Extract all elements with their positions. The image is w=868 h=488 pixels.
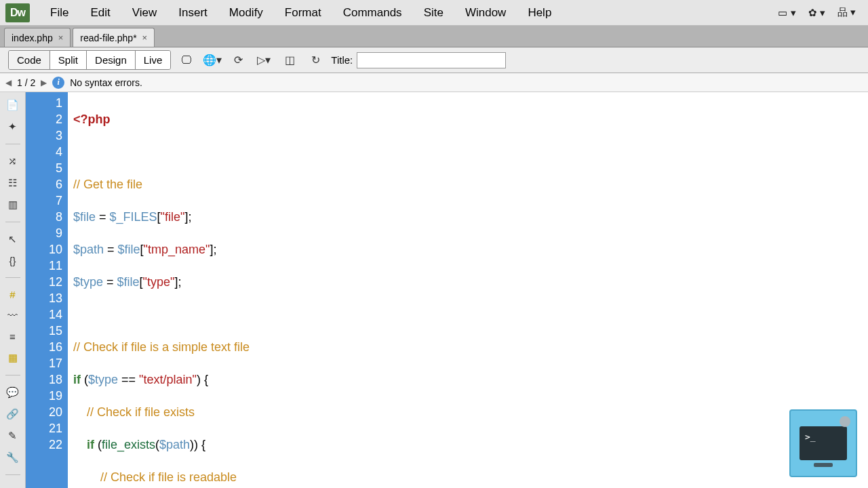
sitemap-icon[interactable]: 品 ▾ <box>837 6 856 19</box>
menu-commands[interactable]: Commands <box>334 3 412 22</box>
layout-icon[interactable]: ▭ ▾ <box>778 6 795 19</box>
tab-index-php[interactable]: index.php × <box>4 28 71 47</box>
tab-label: read-file.php* <box>80 33 136 43</box>
view-split-button[interactable]: Split <box>50 51 87 69</box>
grid-icon[interactable]: ☷ <box>5 177 20 189</box>
document-toolbar: Code Split Design Live 🖵 🌐▾ ⟳ ▷▾ ◫ ↻ Tit… <box>0 47 868 73</box>
status-message: No syntax errors. <box>70 77 142 88</box>
line-gutter: 12345678910111213141516171819202122 <box>26 92 68 488</box>
pointer-icon[interactable]: ↖ <box>5 233 20 245</box>
menu-file[interactable]: File <box>41 3 78 22</box>
app-logo: Dw <box>5 3 30 22</box>
tab-read-file-php[interactable]: read-file.php* × <box>73 28 155 47</box>
close-icon[interactable]: × <box>58 33 64 43</box>
view-design-button[interactable]: Design <box>87 51 136 69</box>
play-icon[interactable]: ▷▾ <box>254 51 274 70</box>
menu-format[interactable]: Format <box>275 3 331 22</box>
splitv-icon[interactable]: ◫ <box>279 51 300 70</box>
tab-label: index.php <box>12 33 53 43</box>
status-bar: ◀ 1 / 2 ▶ i No syntax errors. <box>0 73 868 92</box>
view-switcher: Code Split Design Live <box>8 50 171 70</box>
swap-icon[interactable]: ⤮ <box>5 155 20 167</box>
menubar: Dw File Edit View Insert Modify Format C… <box>0 0 868 26</box>
title-input[interactable] <box>357 52 506 68</box>
wrench-icon[interactable]: 🔧 <box>5 451 20 464</box>
code-editor[interactable]: 12345678910111213141516171819202122 <?ph… <box>26 92 868 488</box>
menu-edit[interactable]: Edit <box>81 3 119 22</box>
menu-insert[interactable]: Insert <box>169 3 217 22</box>
highlight-icon[interactable]: ▦ <box>5 352 20 364</box>
validate-icon[interactable]: ⟳ <box>228 51 248 70</box>
globe-icon[interactable]: 🌐▾ <box>202 51 222 70</box>
slash-star-icon[interactable]: 〰 <box>5 310 20 321</box>
pencil-icon[interactable]: ✎ <box>5 430 20 442</box>
link-icon[interactable]: 🔗 <box>5 408 20 420</box>
error-position: 1 / 2 <box>17 77 35 88</box>
menu-site[interactable]: Site <box>414 3 453 22</box>
gear-icon[interactable]: ✿ ▾ <box>808 6 825 19</box>
menu-modify[interactable]: Modify <box>220 3 273 22</box>
fill-icon[interactable]: ▥ <box>5 199 20 211</box>
code-content[interactable]: <?php // Get the file $file = $_FILES["f… <box>68 92 868 488</box>
prev-error-icon[interactable]: ◀ <box>5 78 12 87</box>
terminal-badge-icon: >_ <box>789 409 857 477</box>
menu-view[interactable]: View <box>123 3 167 22</box>
refresh-icon[interactable]: ↻ <box>305 51 326 70</box>
menu-window[interactable]: Window <box>456 3 515 22</box>
sparkle-icon[interactable]: ✦ <box>5 121 20 133</box>
next-error-icon[interactable]: ▶ <box>41 78 47 87</box>
chat-icon[interactable]: 💬 <box>5 386 20 399</box>
coding-toolbar: 📄 ✦ ⤮ ☷ ▥ ↖ {} # 〰 ≡ ▦ 💬 🔗 ✎ 🔧 ⇥ <box>0 92 26 488</box>
hash-star-icon[interactable]: # <box>5 289 20 300</box>
tab-bar: index.php × read-file.php* × <box>0 26 868 47</box>
braces-icon[interactable]: {} <box>5 255 20 266</box>
menu-help[interactable]: Help <box>518 3 561 22</box>
multiscreen-icon[interactable]: 🖵 <box>176 51 197 70</box>
doc-icon[interactable]: 📄 <box>5 99 20 111</box>
view-live-button[interactable]: Live <box>136 51 171 69</box>
title-label: Title: <box>331 54 353 66</box>
view-code-button[interactable]: Code <box>9 51 50 69</box>
close-icon[interactable]: × <box>142 33 148 43</box>
info-icon: i <box>52 77 64 89</box>
lines-icon[interactable]: ≡ <box>5 331 20 342</box>
